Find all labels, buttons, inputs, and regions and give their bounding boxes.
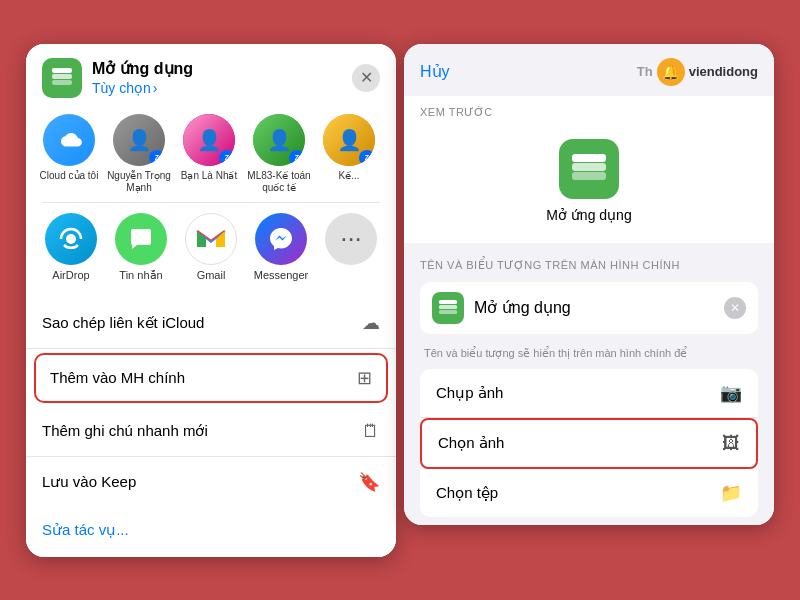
header-text-group: Mở ứng dụng Tùy chọn › — [92, 59, 193, 96]
contact-item[interactable]: 👤 Z Kế... — [316, 114, 382, 194]
preview-stack-icon — [570, 150, 608, 188]
input-app-icon — [432, 292, 464, 324]
option-text-choose-photo: Chọn ảnh — [438, 434, 504, 452]
action-text-keep: Lưu vào Keep — [42, 473, 136, 491]
messenger-icon — [255, 213, 307, 265]
gmail-svg — [195, 227, 227, 251]
cancel-button[interactable]: Hủy — [420, 62, 450, 81]
action-text-add-home: Thêm vào MH chính — [50, 369, 185, 386]
actions-list: Sao chép liên kết iCloud ☁ Thêm vào MH c… — [26, 298, 396, 507]
tuy-chon-button[interactable]: Tùy chọn › — [92, 80, 193, 96]
file-icon: 📁 — [720, 482, 742, 504]
app-item-airdrop[interactable]: AirDrop — [36, 213, 106, 282]
svg-rect-5 — [572, 172, 606, 180]
more-icon: ··· — [325, 213, 377, 265]
vdd-icon: 🔔 — [657, 58, 685, 86]
messages-icon — [115, 213, 167, 265]
stack-svg — [50, 66, 74, 90]
app-name-input[interactable] — [474, 299, 714, 317]
preview-app-name: Mở ứng dụng — [546, 207, 631, 223]
cloud-icon — [54, 129, 84, 151]
share-title: Mở ứng dụng — [92, 59, 193, 78]
svg-rect-10 — [439, 300, 457, 304]
name-section-label: TÊN VÀ BIỂU TƯỢNG TRÊN MÀN HÌNH CHÍNH — [420, 259, 758, 272]
contact-name-1: Nguyễn Trọng Mạnh — [106, 170, 172, 194]
contacts-row: Cloud của tôi 👤 Z Nguyễn Trọng Mạnh — [26, 106, 396, 202]
quick-note-icon: 🗒 — [362, 421, 380, 442]
airdrop-svg — [57, 225, 85, 253]
action-item-add-home[interactable]: Thêm vào MH chính ⊞ — [34, 353, 388, 403]
svg-rect-2 — [52, 68, 72, 73]
option-item-choose-photo[interactable]: Chọn ảnh 🖼 — [420, 418, 758, 469]
contact-avatar-cloud — [43, 114, 95, 166]
app-item-messenger[interactable]: Messenger — [246, 213, 316, 282]
preview-section: XEM TRƯỚC Mở ứng dụng — [404, 96, 774, 243]
preview-app-icon — [559, 139, 619, 199]
apps-row: AirDrop Tin nhắn — [26, 203, 396, 292]
contact-avatar-4: 👤 Z — [323, 114, 375, 166]
svg-rect-9 — [439, 305, 457, 309]
app-name-messenger: Messenger — [254, 269, 308, 281]
svg-rect-1 — [52, 74, 72, 79]
app-name-input-row: ✕ — [420, 282, 758, 334]
option-text-capture: Chụp ảnh — [436, 384, 503, 402]
zalo-badge: Z — [149, 150, 165, 166]
options-list: Chụp ảnh 📷 Chọn ảnh 🖼 Chọn tệp 📁 — [420, 369, 758, 517]
contact-name-4: Kế... — [338, 170, 359, 182]
svg-rect-7 — [572, 154, 606, 162]
gmail-icon — [185, 213, 237, 265]
app-name-messages: Tin nhắn — [119, 269, 162, 282]
app-name-airdrop: AirDrop — [52, 269, 89, 281]
edit-link[interactable]: Sửa tác vụ... — [26, 507, 396, 553]
share-app-row: Mở ứng dụng Tùy chọn › — [42, 58, 193, 98]
contact-item[interactable]: 👤 Z Nguyễn Trọng Mạnh — [106, 114, 172, 194]
contact-item[interactable]: 👤 Z Bạn Là Nhất — [176, 114, 242, 194]
app-item-more[interactable]: ··· — [316, 213, 386, 282]
contact-name-2: Bạn Là Nhất — [181, 170, 237, 182]
viendidong-logo: Th 🔔 viendidong — [637, 58, 758, 86]
messenger-svg — [267, 225, 295, 253]
action-text-copy-link: Sao chép liên kết iCloud — [42, 314, 204, 332]
keep-icon: 🔖 — [358, 471, 380, 493]
messages-svg — [127, 225, 155, 253]
zalo-badge: Z — [219, 150, 235, 166]
camera-icon: 📷 — [720, 382, 742, 404]
action-item-keep[interactable]: Lưu vào Keep 🔖 — [26, 457, 396, 507]
zalo-badge: Z — [289, 150, 305, 166]
preview-label: XEM TRƯỚC — [420, 106, 758, 119]
add-home-icon: ⊞ — [357, 367, 372, 389]
contact-avatar-3: 👤 Z — [253, 114, 305, 166]
app-name-gmail: Gmail — [197, 269, 226, 281]
app-icon-left — [42, 58, 82, 98]
app-item-gmail[interactable]: Gmail — [176, 213, 246, 282]
contact-item[interactable]: Cloud của tôi — [36, 114, 102, 194]
preview-app: Mở ứng dụng — [420, 129, 758, 233]
phone-right: Hủy Th 🔔 viendidong XEM TRƯỚC Mở ứng dụn… — [404, 44, 774, 525]
contact-avatar-1: 👤 Z — [113, 114, 165, 166]
action-item-copy-link[interactable]: Sao chép liên kết iCloud ☁ — [26, 298, 396, 349]
close-button-left[interactable]: ✕ — [352, 64, 380, 92]
name-hint: Tên và biểu tượng sẽ hiển thị trên màn h… — [420, 342, 758, 365]
share-header: Mở ứng dụng Tùy chọn › ✕ — [26, 44, 396, 106]
app-item-messages[interactable]: Tin nhắn — [106, 213, 176, 282]
phone-left: Mở ứng dụng Tùy chọn › ✕ — [26, 44, 396, 557]
photo-library-icon: 🖼 — [722, 433, 740, 454]
option-item-capture[interactable]: Chụp ảnh 📷 — [420, 369, 758, 418]
input-stack-icon — [438, 298, 458, 318]
zalo-badge: Z — [359, 150, 375, 166]
option-text-choose-file: Chọn tệp — [436, 484, 498, 502]
action-item-quick-note[interactable]: Thêm ghi chú nhanh mới 🗒 — [26, 407, 396, 457]
svg-point-3 — [66, 234, 76, 244]
contact-avatar-2: 👤 Z — [183, 114, 235, 166]
clear-input-button[interactable]: ✕ — [724, 297, 746, 319]
main-container: Mở ứng dụng Tùy chọn › ✕ — [26, 44, 774, 557]
edit-section: Sửa tác vụ... — [26, 507, 396, 557]
svg-rect-0 — [52, 80, 72, 85]
share-sheet: Mở ứng dụng Tùy chọn › ✕ — [26, 44, 396, 557]
action-text-quick-note: Thêm ghi chú nhanh mới — [42, 422, 208, 440]
airdrop-icon — [45, 213, 97, 265]
contact-item[interactable]: 👤 Z ML83-Kế toán quốc tế — [246, 114, 312, 194]
svg-rect-6 — [572, 163, 606, 171]
option-item-choose-file[interactable]: Chọn tệp 📁 — [420, 469, 758, 517]
cloud-copy-icon: ☁ — [362, 312, 380, 334]
